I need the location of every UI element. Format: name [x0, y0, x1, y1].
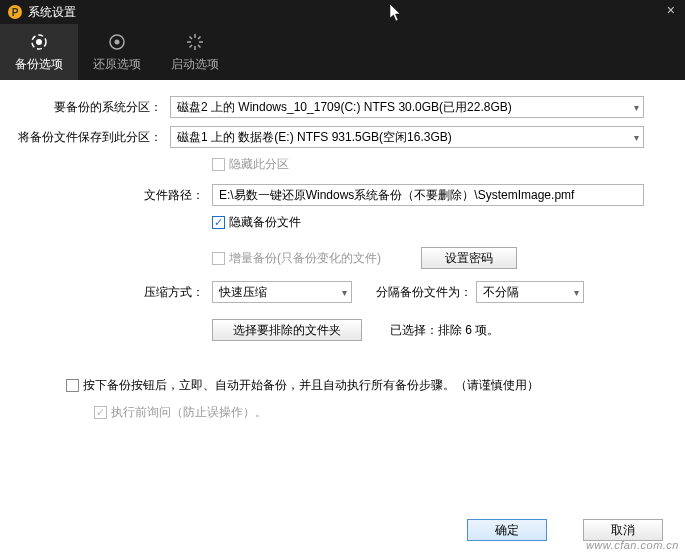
titlebar: P 系统设置 × — [0, 0, 685, 24]
startup-icon — [185, 32, 205, 52]
svg-line-11 — [198, 36, 201, 39]
checkbox-box-icon — [66, 379, 79, 392]
system-partition-select[interactable]: 磁盘2 上的 Windows_10_1709(C:) NTFS 30.0GB(已… — [170, 96, 644, 118]
exclude-status: 已选择：排除 6 项。 — [390, 322, 499, 339]
cursor-icon — [390, 4, 404, 25]
backup-icon — [29, 32, 49, 52]
exclude-folders-button[interactable]: 选择要排除的文件夹 — [212, 319, 362, 341]
tab-restore-label: 还原选项 — [93, 56, 141, 73]
checkbox-box-icon: ✓ — [94, 406, 107, 419]
app-icon: P — [8, 5, 22, 19]
tab-backup[interactable]: 备份选项 — [0, 24, 78, 80]
chevron-down-icon: ▾ — [634, 102, 639, 113]
content-panel: 要备份的系统分区： 磁盘2 上的 Windows_10_1709(C:) NTF… — [0, 80, 685, 421]
tab-startup[interactable]: 启动选项 — [156, 24, 234, 80]
compress-mode-select[interactable]: 快速压缩 ▾ — [212, 281, 352, 303]
restore-icon — [107, 32, 127, 52]
save-partition-value: 磁盘1 上的 数据卷(E:) NTFS 931.5GB(空闲16.3GB) — [177, 129, 452, 146]
set-password-button[interactable]: 设置密码 — [421, 247, 517, 269]
svg-line-10 — [190, 45, 193, 48]
ok-button[interactable]: 确定 — [467, 519, 547, 541]
svg-point-1 — [36, 39, 42, 45]
chevron-down-icon: ▾ — [634, 132, 639, 143]
label-compress-mode: 压缩方式： — [18, 284, 212, 301]
label-system-partition: 要备份的系统分区： — [18, 99, 170, 116]
checkbox-auto-start-label: 按下备份按钮后，立即、自动开始备份，并且自动执行所有备份步骤。（请谨慎使用） — [83, 377, 539, 394]
cancel-button[interactable]: 取消 — [583, 519, 663, 541]
watermark: www.cfan.com.cn — [586, 539, 679, 551]
checkbox-box-icon — [212, 252, 225, 265]
system-partition-value: 磁盘2 上的 Windows_10_1709(C:) NTFS 30.0GB(已… — [177, 99, 512, 116]
svg-point-3 — [115, 39, 120, 44]
close-icon[interactable]: × — [667, 2, 675, 18]
checkbox-hide-backup-file-label: 隐藏备份文件 — [229, 214, 301, 231]
svg-line-9 — [198, 45, 201, 48]
tab-startup-label: 启动选项 — [171, 56, 219, 73]
split-mode-select[interactable]: 不分隔 ▾ — [476, 281, 584, 303]
checkbox-hide-partition[interactable]: 隐藏此分区 — [212, 156, 289, 173]
label-save-partition: 将备份文件保存到此分区： — [18, 129, 170, 146]
chevron-down-icon: ▾ — [574, 287, 579, 298]
checkbox-box-icon: ✓ — [212, 216, 225, 229]
save-partition-select[interactable]: 磁盘1 上的 数据卷(E:) NTFS 931.5GB(空闲16.3GB) ▾ — [170, 126, 644, 148]
checkbox-box-icon — [212, 158, 225, 171]
tab-bar: 备份选项 还原选项 启动选项 — [0, 24, 685, 80]
checkbox-incremental-label: 增量备份(只备份变化的文件) — [229, 250, 381, 267]
window-title: 系统设置 — [28, 4, 76, 21]
svg-line-8 — [190, 36, 193, 39]
tab-restore[interactable]: 还原选项 — [78, 24, 156, 80]
compress-mode-value: 快速压缩 — [219, 284, 267, 301]
tab-backup-label: 备份选项 — [15, 56, 63, 73]
checkbox-confirm-before[interactable]: ✓ 执行前询问（防止误操作）。 — [94, 404, 267, 421]
file-path-input[interactable] — [212, 184, 644, 206]
checkbox-confirm-before-label: 执行前询问（防止误操作）。 — [111, 404, 267, 421]
checkbox-hide-partition-label: 隐藏此分区 — [229, 156, 289, 173]
split-mode-value: 不分隔 — [483, 284, 519, 301]
chevron-down-icon: ▾ — [342, 287, 347, 298]
checkbox-incremental[interactable]: 增量备份(只备份变化的文件) — [212, 250, 381, 267]
label-split-mode: 分隔备份文件为： — [376, 284, 472, 301]
checkbox-hide-backup-file[interactable]: ✓ 隐藏备份文件 — [212, 214, 301, 231]
checkbox-auto-start[interactable]: 按下备份按钮后，立即、自动开始备份，并且自动执行所有备份步骤。（请谨慎使用） — [66, 377, 539, 394]
label-file-path: 文件路径： — [18, 187, 212, 204]
dialog-footer: 确定 取消 — [467, 519, 663, 541]
